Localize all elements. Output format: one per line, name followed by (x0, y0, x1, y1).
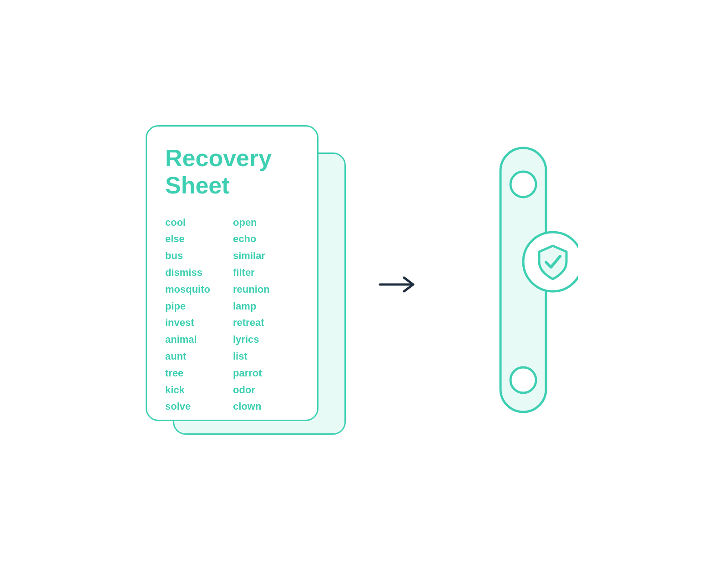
word-item: echo (233, 232, 270, 246)
card-title: Recovery Sheet (165, 145, 299, 199)
word-item: lamp (233, 300, 270, 314)
word-item: aunt (165, 350, 210, 364)
word-item: invest (165, 316, 210, 330)
arrow-container (373, 271, 428, 298)
word-item: mosquito (165, 283, 210, 297)
scene: Recovery Sheet coolelsebusdismissmosquit… (0, 0, 728, 569)
arrow-icon (378, 271, 423, 298)
cards-container: Recovery Sheet coolelsebusdismissmosquit… (146, 125, 337, 444)
word-item: dismiss (165, 266, 210, 280)
word-item: kick (165, 383, 210, 397)
word-item: tree (165, 366, 210, 381)
word-item: pipe (165, 300, 210, 314)
word-column-1: coolelsebusdismissmosquitopipeinvestanim… (165, 216, 210, 414)
word-item: filter (233, 266, 270, 280)
word-item: solve (165, 400, 210, 414)
key-illustration (464, 125, 582, 444)
word-item: list (233, 350, 270, 364)
word-item: cool (165, 216, 210, 230)
word-item: reunion (233, 283, 270, 297)
word-item: odor (233, 383, 270, 397)
word-item: retreat (233, 316, 270, 330)
word-item: similar (233, 249, 270, 263)
word-item: else (165, 232, 210, 246)
word-columns: coolelsebusdismissmosquitopipeinvestanim… (165, 216, 299, 414)
word-column-2: openechosimilarfilterreunionlampretreatl… (233, 216, 270, 414)
usb-key-svg (469, 134, 578, 435)
word-item: animal (165, 333, 210, 347)
svg-point-3 (511, 367, 536, 393)
word-item: open (233, 216, 270, 230)
recovery-sheet-card: Recovery Sheet coolelsebusdismissmosquit… (146, 125, 318, 421)
word-item: lyrics (233, 333, 270, 347)
svg-point-2 (511, 172, 536, 197)
word-item: parrot (233, 366, 270, 381)
word-item: bus (165, 249, 210, 263)
word-item: clown (233, 400, 270, 414)
